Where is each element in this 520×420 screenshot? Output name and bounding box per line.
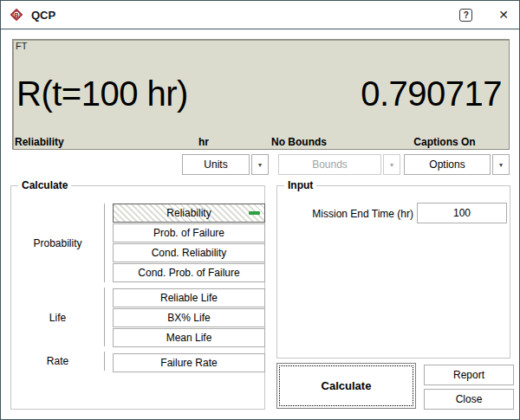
titlebar[interactable]: B QCP ? ✕ [1, 1, 519, 29]
probability-separator [104, 204, 105, 282]
units-split-button: Units ▾ [182, 154, 269, 175]
bounds-split-button: Bounds ▾ [278, 154, 400, 175]
calc-option-cond-prob-of-failure[interactable]: Cond. Prob. of Failure [113, 263, 265, 282]
units-dropdown-icon[interactable]: ▾ [251, 154, 269, 175]
close-button[interactable]: Close [424, 389, 514, 410]
calc-option-label: Reliability [166, 207, 211, 219]
life-separator [104, 288, 105, 346]
calc-option-cond-reliability[interactable]: Cond. Reliability [113, 243, 265, 262]
life-row-label: Life [11, 312, 104, 324]
calc-option-prob-of-failure[interactable]: Prob. of Failure [113, 223, 265, 242]
calc-option-bx-life[interactable]: BX% Life [113, 308, 265, 327]
options-split-button: Options ▾ [404, 154, 510, 175]
options-button[interactable]: Options [404, 154, 491, 175]
app-icon: B [9, 7, 24, 23]
calculate-button[interactable]: Calculate [276, 363, 416, 409]
probability-options: Reliability Prob. of Failure Cond. Relia… [113, 204, 265, 283]
calc-option-mean-life[interactable]: Mean Life [113, 328, 265, 347]
result-display-panel: FT R(t=100 hr) 0.790717 Reliability hr N… [12, 39, 510, 150]
calculate-groupbox-title: Calculate [18, 179, 71, 191]
rate-options: Failure Rate [113, 353, 265, 373]
close-icon[interactable]: ✕ [498, 8, 509, 22]
units-button[interactable]: Units [182, 154, 250, 175]
input-groupbox: Input Mission End Time (hr) [276, 185, 510, 359]
mission-end-time-label: Mission End Time (hr) [277, 208, 413, 220]
calculate-groupbox: Calculate Probability Life Rate Reliabil… [10, 185, 265, 410]
calc-option-failure-rate[interactable]: Failure Rate [113, 353, 265, 372]
rate-separator [104, 352, 105, 371]
calc-option-reliable-life[interactable]: Reliable Life [113, 288, 265, 307]
rate-row-label: Rate [11, 355, 104, 367]
options-dropdown-icon[interactable]: ▾ [492, 154, 510, 175]
help-icon[interactable]: ? [459, 9, 472, 22]
svg-text:B: B [14, 11, 19, 19]
status-function-label: Reliability [15, 136, 64, 148]
probability-row-label: Probability [11, 237, 104, 249]
mission-end-time-input[interactable] [417, 203, 507, 223]
calc-option-reliability[interactable]: Reliability [113, 204, 265, 223]
selected-indicator [249, 211, 260, 215]
bounds-dropdown-icon: ▾ [383, 154, 400, 175]
window-title: QCP [31, 9, 55, 22]
status-units-label: hr [152, 136, 256, 148]
input-groupbox-title: Input [284, 179, 316, 191]
status-captions-label: Captions On [393, 136, 497, 148]
status-bounds-label: No Bounds [247, 136, 351, 148]
qcp-window: B QCP ? ✕ FT R(t=100 hr) 0.790717 Reliab… [0, 0, 520, 420]
life-options: Reliable Life BX% Life Mean Life [113, 288, 265, 348]
folio-corner-label: FT [16, 41, 27, 51]
result-expression: R(t=100 hr) [16, 74, 188, 113]
reliasoft-diamond-icon: B [9, 7, 24, 23]
report-button[interactable]: Report [424, 365, 514, 385]
bounds-button: Bounds [278, 154, 381, 175]
result-value: 0.790717 [361, 74, 502, 113]
calc-options-column: Reliability Prob. of Failure Cond. Relia… [113, 204, 265, 373]
